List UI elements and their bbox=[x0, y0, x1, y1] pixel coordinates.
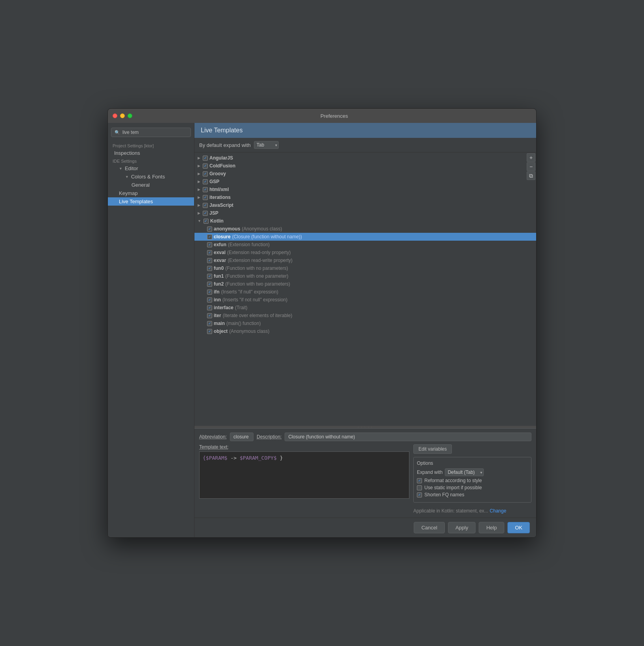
group-checkbox[interactable] bbox=[204, 219, 209, 224]
shorten-row: Shorten FQ names bbox=[417, 492, 528, 497]
item-checkbox[interactable] bbox=[207, 234, 212, 239]
item-checkbox[interactable] bbox=[207, 258, 212, 263]
change-link[interactable]: Change bbox=[490, 508, 506, 514]
template-row-ifn[interactable]: ifn (Inserts "if null" expression) bbox=[194, 288, 536, 296]
applicable-label: Applicable in Kotlin: statement, ex... bbox=[413, 508, 488, 514]
sidebar-item-general[interactable]: General bbox=[108, 181, 194, 189]
edit-variables-button[interactable]: Edit variables bbox=[413, 444, 452, 454]
bottom-buttons: Cancel Apply Help OK bbox=[194, 518, 536, 537]
ok-button[interactable]: OK bbox=[507, 522, 530, 533]
template-name: fun2 bbox=[214, 281, 224, 287]
template-row-object[interactable]: object (Anonymous class) bbox=[194, 327, 536, 335]
group-checkbox[interactable] bbox=[203, 195, 208, 200]
template-desc: (Extension function) bbox=[228, 242, 270, 247]
template-group-coldfusion[interactable]: ▶ ColdFusion bbox=[194, 162, 536, 170]
expand-with-label: Expand with bbox=[417, 470, 442, 475]
options-section: Options Expand with Default (Tab) Tab En… bbox=[413, 457, 531, 503]
template-row-exvar[interactable]: exvar (Extension read-write property) bbox=[194, 256, 536, 264]
template-row-anonymous[interactable]: anonymous (Anonymous class) bbox=[194, 225, 536, 233]
template-row-fun2[interactable]: fun2 (Function with two parameters) bbox=[194, 280, 536, 288]
sidebar-item-keymap[interactable]: Keymap bbox=[108, 189, 194, 197]
sidebar-item-label: Colors & Fonts bbox=[131, 174, 165, 180]
item-checkbox[interactable] bbox=[207, 297, 212, 303]
group-checkbox[interactable] bbox=[203, 187, 208, 192]
expand-arrow: ▶ bbox=[198, 164, 200, 168]
item-checkbox[interactable] bbox=[207, 266, 212, 271]
expand-bar: By default expand with Tab Enter Space ▾ bbox=[194, 138, 536, 152]
template-group-jsp[interactable]: ▶ JSP bbox=[194, 209, 536, 217]
reformat-checkbox[interactable] bbox=[417, 478, 422, 483]
template-text-section: Template text: {$PARAM$ -> $PARAM_COPY$ … bbox=[199, 444, 531, 514]
copy-button[interactable]: ⧉ bbox=[527, 171, 535, 180]
item-checkbox[interactable] bbox=[207, 321, 212, 326]
reformat-row: Reformat according to style bbox=[417, 478, 528, 483]
add-button[interactable]: + bbox=[527, 153, 535, 162]
cancel-button[interactable]: Cancel bbox=[414, 522, 444, 533]
close-button[interactable] bbox=[113, 113, 117, 118]
search-box[interactable]: 🔍 bbox=[111, 128, 191, 137]
code-editor[interactable]: {$PARAM$ -> $PARAM_COPY$ } bbox=[199, 451, 409, 499]
template-group-groovy[interactable]: ▶ Groovy bbox=[194, 170, 536, 178]
template-name: fun0 bbox=[214, 265, 224, 271]
template-group-angularjs[interactable]: ▶ AngularJS bbox=[194, 154, 536, 162]
template-group-iterations[interactable]: ▶ iterations bbox=[194, 193, 536, 201]
template-row-interface[interactable]: interface (Trait) bbox=[194, 304, 536, 312]
minimize-button[interactable] bbox=[120, 113, 125, 118]
group-checkbox[interactable] bbox=[203, 156, 208, 161]
sidebar-item-editor[interactable]: ▼ Editor bbox=[108, 164, 194, 173]
item-checkbox[interactable] bbox=[207, 250, 212, 255]
group-checkbox[interactable] bbox=[203, 179, 208, 184]
description-label: Description: bbox=[257, 434, 281, 440]
item-checkbox[interactable] bbox=[207, 313, 212, 318]
sidebar-item-label: Editor bbox=[125, 165, 138, 171]
expand-arrow: ▶ bbox=[198, 211, 200, 215]
template-desc: (Anonymous class) bbox=[242, 226, 282, 232]
item-checkbox[interactable] bbox=[207, 282, 212, 287]
template-desc: (Inserts "if not null" expression) bbox=[222, 297, 287, 303]
sidebar-item-live-templates[interactable]: Live Templates bbox=[108, 197, 194, 206]
item-checkbox[interactable] bbox=[207, 305, 212, 310]
expand-select[interactable]: Tab Enter Space bbox=[254, 141, 279, 149]
template-group-htmlxml[interactable]: ▶ html/xml bbox=[194, 186, 536, 193]
expand-with-select[interactable]: Default (Tab) Tab Enter Space bbox=[445, 468, 484, 476]
search-input[interactable] bbox=[122, 130, 187, 135]
item-checkbox[interactable] bbox=[207, 274, 212, 279]
sidebar-item-inspections[interactable]: Inspections bbox=[108, 149, 194, 157]
template-row-fun0[interactable]: fun0 (Function with no parameters) bbox=[194, 264, 536, 272]
group-checkbox[interactable] bbox=[203, 163, 208, 169]
template-group-gsp[interactable]: ▶ GSP bbox=[194, 178, 536, 186]
template-group-kotlin[interactable]: ▼ Kotlin bbox=[194, 217, 536, 225]
template-text-label: Template text: bbox=[199, 444, 409, 450]
group-checkbox[interactable] bbox=[203, 211, 208, 216]
item-checkbox[interactable] bbox=[207, 329, 212, 334]
static-import-checkbox[interactable] bbox=[417, 485, 422, 490]
template-row-exval[interactable]: exval (Extension read-only property) bbox=[194, 249, 536, 256]
remove-button[interactable]: − bbox=[527, 162, 535, 171]
apply-button[interactable]: Apply bbox=[448, 522, 476, 533]
main-content: 🔍 Project Settings [ktor] Inspections ID… bbox=[108, 123, 536, 537]
group-name: Groovy bbox=[209, 171, 226, 176]
group-checkbox[interactable] bbox=[203, 203, 208, 208]
group-checkbox[interactable] bbox=[203, 171, 208, 176]
template-row-iter[interactable]: iter (Iterate over elements of iterable) bbox=[194, 312, 536, 319]
applicable-row: Applicable in Kotlin: statement, ex... C… bbox=[413, 508, 531, 514]
item-checkbox[interactable] bbox=[207, 242, 212, 247]
code-param1: {$PARAM$ bbox=[203, 455, 228, 461]
help-button[interactable]: Help bbox=[479, 522, 504, 533]
sidebar: 🔍 Project Settings [ktor] Inspections ID… bbox=[108, 123, 194, 537]
sidebar-item-label: General bbox=[131, 182, 150, 188]
template-row-exfun[interactable]: exfun (Extension function) bbox=[194, 241, 536, 249]
template-row-main[interactable]: main (main() function) bbox=[194, 319, 536, 327]
item-checkbox[interactable] bbox=[207, 226, 212, 232]
maximize-button[interactable] bbox=[128, 113, 132, 118]
template-row-inn[interactable]: inn (Inserts "if not null" expression) bbox=[194, 296, 536, 304]
template-row-fun1[interactable]: fun1 (Function with one parameter) bbox=[194, 272, 536, 280]
sidebar-item-colors-fonts[interactable]: ▼ Colors & Fonts bbox=[108, 173, 194, 181]
expand-bar-label: By default expand with bbox=[199, 142, 251, 148]
shorten-checkbox[interactable] bbox=[417, 492, 422, 497]
group-name: JavaScript bbox=[209, 202, 233, 208]
item-checkbox[interactable] bbox=[207, 290, 212, 295]
template-group-javascript[interactable]: ▶ JavaScript bbox=[194, 201, 536, 209]
group-name: ColdFusion bbox=[209, 163, 235, 169]
template-row-closure[interactable]: closure (Closure (function without name)… bbox=[194, 233, 536, 241]
